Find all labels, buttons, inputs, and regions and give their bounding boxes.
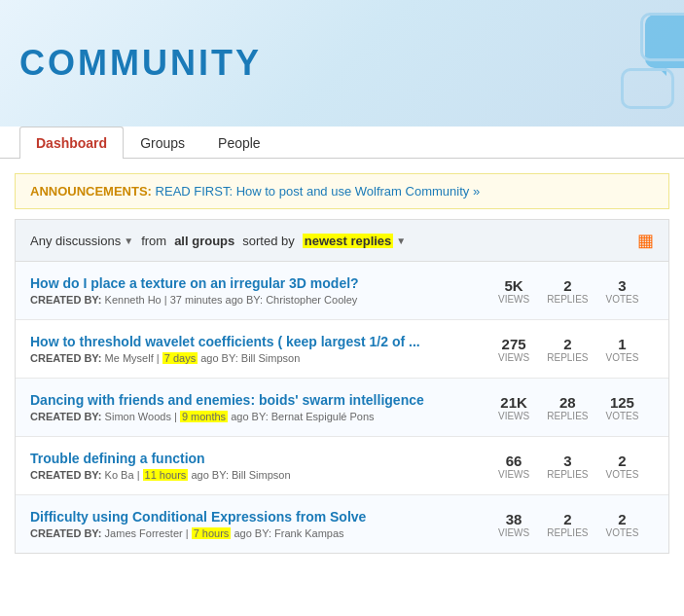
stat-replies: 2 REPLIES bbox=[547, 336, 588, 363]
any-discussions-arrow: ▼ bbox=[124, 236, 133, 246]
stat-replies: 28 REPLIES bbox=[547, 394, 588, 421]
discussion-title[interactable]: How to threshold wavelet coefficients ( … bbox=[30, 334, 498, 349]
discussion-meta: CREATED BY: James Forrester | 7 hours ag… bbox=[30, 527, 498, 539]
replies-value: 2 bbox=[563, 511, 571, 527]
created-by-label: CREATED BY: bbox=[30, 469, 102, 481]
discussion-content: Difficulty using Conditional Expressions… bbox=[30, 509, 498, 539]
separator: | bbox=[164, 294, 170, 306]
views-label: VIEWS bbox=[498, 527, 529, 538]
discussion-meta: CREATED BY: Simon Woods | 9 months ago B… bbox=[30, 411, 498, 422]
stat-replies: 3 REPLIES bbox=[547, 453, 588, 480]
by-label: BY: bbox=[246, 294, 263, 306]
discussion-commenter: Bill Simpson bbox=[241, 352, 301, 364]
sorted-by-text: sorted by bbox=[242, 234, 294, 248]
discussion-meta: CREATED BY: Me Myself | 7 days ago BY: B… bbox=[30, 352, 498, 364]
discussion-title[interactable]: Trouble defining a function bbox=[30, 451, 498, 466]
discussion-title[interactable]: How do I place a texture on an irregular… bbox=[30, 275, 498, 291]
separator: | bbox=[186, 527, 192, 539]
created-by-label: CREATED BY: bbox=[30, 411, 102, 422]
votes-label: VOTES bbox=[605, 527, 638, 538]
discussion-author: Kenneth Ho bbox=[105, 294, 162, 306]
replies-value: 3 bbox=[563, 453, 571, 469]
by-label: BY: bbox=[255, 527, 271, 539]
discussion-author: Simon Woods bbox=[105, 411, 171, 422]
discussion-stats: 66 VIEWS 3 REPLIES 2 VOTES bbox=[498, 453, 654, 480]
discussion-time-highlight: 11 hours bbox=[143, 469, 189, 481]
views-label: VIEWS bbox=[498, 411, 529, 421]
discussion-commenter: Bill Simpson bbox=[232, 469, 291, 481]
discussion-stats: 38 VIEWS 2 REPLIES 2 VOTES bbox=[498, 511, 654, 538]
votes-label: VOTES bbox=[605, 294, 638, 305]
discussion-title[interactable]: Difficulty using Conditional Expressions… bbox=[30, 509, 498, 525]
stat-votes: 3 VOTES bbox=[605, 277, 638, 305]
replies-label: REPLIES bbox=[547, 352, 588, 363]
announcement-bar: ANNOUNCEMENTS: READ FIRST: How to post a… bbox=[15, 173, 669, 209]
header: COMMUNITY bbox=[0, 0, 684, 127]
replies-value: 2 bbox=[563, 336, 571, 352]
replies-value: 2 bbox=[563, 277, 571, 294]
discussion-time-highlight: 7 hours bbox=[192, 527, 232, 539]
stat-votes: 2 VOTES bbox=[605, 453, 638, 480]
newest-replies-dropdown[interactable]: newest replies ▼ bbox=[303, 234, 407, 248]
any-discussions-dropdown[interactable]: Any discussions ▼ bbox=[30, 234, 133, 248]
rss-icon[interactable]: ▦ bbox=[637, 230, 654, 251]
views-label: VIEWS bbox=[498, 469, 529, 480]
discussion-item: How do I place a texture on an irregular… bbox=[16, 262, 668, 320]
filter-bar: Any discussions ▼ from all groups sorted… bbox=[15, 219, 669, 262]
newest-replies-arrow: ▼ bbox=[396, 236, 406, 246]
chat-bubble-outline-1 bbox=[640, 13, 684, 61]
discussion-title[interactable]: Dancing with friends and enemies: boids'… bbox=[30, 392, 498, 408]
by-label: BY: bbox=[222, 352, 238, 364]
stat-votes: 1 VOTES bbox=[605, 336, 638, 363]
by-label: BY: bbox=[212, 469, 229, 481]
replies-label: REPLIES bbox=[547, 294, 588, 305]
votes-value: 3 bbox=[618, 277, 626, 294]
announcement-label: ANNOUNCEMENTS: bbox=[30, 184, 152, 199]
discussion-author: Ko Ba bbox=[105, 469, 134, 481]
views-value: 275 bbox=[502, 336, 526, 352]
discussion-meta: CREATED BY: Ko Ba | 11 hours ago BY: Bil… bbox=[30, 469, 498, 481]
votes-value: 125 bbox=[610, 394, 634, 411]
tab-groups[interactable]: Groups bbox=[124, 127, 201, 159]
discussion-stats: 5K VIEWS 2 REPLIES 3 VOTES bbox=[498, 277, 654, 305]
discussion-commenter: Bernat Espigulé Pons bbox=[271, 411, 375, 422]
created-by-label: CREATED BY: bbox=[30, 352, 102, 364]
stat-replies: 2 REPLIES bbox=[547, 511, 588, 538]
tab-dashboard[interactable]: Dashboard bbox=[19, 127, 124, 159]
votes-value: 2 bbox=[618, 511, 626, 527]
discussion-content: How do I place a texture on an irregular… bbox=[30, 275, 498, 306]
discussion-item: How to threshold wavelet coefficients ( … bbox=[16, 320, 668, 379]
separator: | bbox=[157, 352, 162, 364]
created-by-label: CREATED BY: bbox=[30, 294, 102, 306]
discussion-commenter: Frank Kampas bbox=[274, 527, 344, 539]
stat-views: 21K VIEWS bbox=[498, 394, 529, 421]
created-by-label: CREATED BY: bbox=[30, 527, 102, 539]
discussion-meta: CREATED BY: Kenneth Ho | 37 minutes ago … bbox=[30, 294, 498, 306]
views-value: 5K bbox=[505, 277, 523, 294]
stat-replies: 2 REPLIES bbox=[547, 277, 588, 305]
discussion-author: James Forrester bbox=[105, 527, 183, 539]
views-label: VIEWS bbox=[498, 294, 529, 305]
announcement-link[interactable]: READ FIRST: How to post and use Wolfram … bbox=[156, 184, 481, 199]
replies-label: REPLIES bbox=[547, 411, 588, 421]
tab-people[interactable]: People bbox=[201, 127, 277, 159]
discussion-author: Me Myself bbox=[105, 352, 154, 364]
views-label: VIEWS bbox=[498, 352, 529, 363]
stat-votes: 2 VOTES bbox=[605, 511, 638, 538]
votes-value: 1 bbox=[618, 336, 626, 352]
votes-label: VOTES bbox=[605, 469, 638, 480]
stat-views: 275 VIEWS bbox=[498, 336, 529, 363]
votes-value: 2 bbox=[618, 453, 626, 469]
discussion-content: Dancing with friends and enemies: boids'… bbox=[30, 392, 498, 422]
views-value: 38 bbox=[506, 511, 522, 527]
stat-votes: 125 VOTES bbox=[605, 394, 638, 421]
stat-views: 66 VIEWS bbox=[498, 453, 529, 480]
discussion-list: How do I place a texture on an irregular… bbox=[15, 262, 669, 554]
discussion-commenter: Christopher Cooley bbox=[266, 294, 357, 306]
votes-label: VOTES bbox=[605, 411, 638, 421]
replies-label: REPLIES bbox=[547, 527, 588, 538]
all-groups-label: all groups bbox=[174, 234, 234, 248]
replies-value: 28 bbox=[559, 394, 576, 411]
votes-label: VOTES bbox=[605, 352, 638, 363]
stat-views: 38 VIEWS bbox=[498, 511, 529, 538]
